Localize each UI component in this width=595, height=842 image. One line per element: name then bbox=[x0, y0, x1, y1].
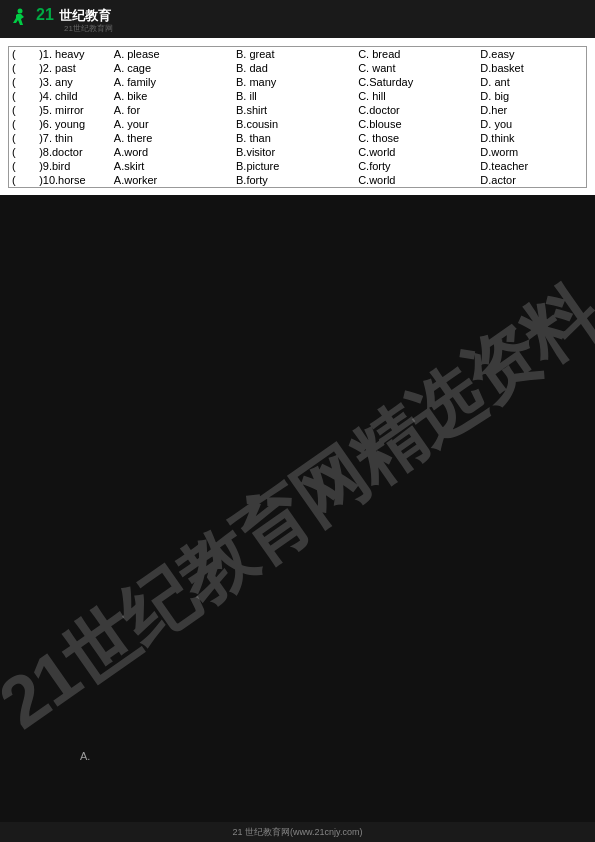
option-b: B.cousin bbox=[233, 117, 355, 131]
option-a: A.word bbox=[111, 145, 233, 159]
question-number: )7. thin bbox=[36, 131, 111, 145]
option-b: B.shirt bbox=[233, 103, 355, 117]
option-a: A. your bbox=[111, 117, 233, 131]
table-row: ( )2. past A. cage B. dad C. want D.bask… bbox=[9, 61, 586, 75]
option-a: A.worker bbox=[111, 173, 233, 187]
open-paren: ( bbox=[9, 159, 36, 173]
option-c: C.blouse bbox=[355, 117, 477, 131]
open-paren: ( bbox=[9, 145, 36, 159]
option-d: D.teacher bbox=[477, 159, 586, 173]
question-number: )3. any bbox=[36, 75, 111, 89]
logo-subtitle: 21世纪教育网 bbox=[64, 25, 113, 33]
logo: 21 世纪教育 21世纪教育网 bbox=[8, 6, 113, 33]
table-row: ( )7. thin A. there B. than C. those D.t… bbox=[9, 131, 586, 145]
option-c: C.Saturday bbox=[355, 75, 477, 89]
open-paren: ( bbox=[9, 131, 36, 145]
option-d: D. ant bbox=[477, 75, 586, 89]
option-b: B.visitor bbox=[233, 145, 355, 159]
open-paren: ( bbox=[9, 47, 36, 61]
question-number: )6. young bbox=[36, 117, 111, 131]
question-number: )9.bird bbox=[36, 159, 111, 173]
quiz-wrapper: ( )1. heavy A. please B. great C. bread … bbox=[8, 46, 587, 188]
option-a: A. for bbox=[111, 103, 233, 117]
option-c: C. hill bbox=[355, 89, 477, 103]
logo-number: 21 bbox=[36, 6, 54, 23]
option-a: A. there bbox=[111, 131, 233, 145]
option-c: C.forty bbox=[355, 159, 477, 173]
option-d: D.her bbox=[477, 103, 586, 117]
option-d: D.easy bbox=[477, 47, 586, 61]
footer: 21 世纪教育网(www.21cnjy.com) bbox=[0, 822, 595, 842]
open-paren: ( bbox=[9, 61, 36, 75]
question-number: )2. past bbox=[36, 61, 111, 75]
option-b: B. dad bbox=[233, 61, 355, 75]
table-row: ( )10.horse A.worker B.forty C.world D.a… bbox=[9, 173, 586, 187]
table-row: ( )5. mirror A. for B.shirt C.doctor D.h… bbox=[9, 103, 586, 117]
option-a: A. bike bbox=[111, 89, 233, 103]
dark-content-area: 21世纪教育网精选资料 A. bbox=[0, 195, 595, 822]
option-a: A. cage bbox=[111, 61, 233, 75]
open-paren: ( bbox=[9, 89, 36, 103]
question-number: )8.doctor bbox=[36, 145, 111, 159]
option-a: A. family bbox=[111, 75, 233, 89]
question-number: )5. mirror bbox=[36, 103, 111, 117]
table-row: ( )9.bird A.skirt B.picture C.forty D.te… bbox=[9, 159, 586, 173]
option-c: C. bread bbox=[355, 47, 477, 61]
logo-icon bbox=[8, 7, 32, 31]
table-row: ( )3. any A. family B. many C.Saturday D… bbox=[9, 75, 586, 89]
table-row: ( )1. heavy A. please B. great C. bread … bbox=[9, 47, 586, 61]
open-paren: ( bbox=[9, 103, 36, 117]
open-paren: ( bbox=[9, 173, 36, 187]
logo-name: 世纪教育 bbox=[59, 8, 111, 23]
option-b: B.picture bbox=[233, 159, 355, 173]
option-c: C. those bbox=[355, 131, 477, 145]
table-row: ( )8.doctor A.word B.visitor C.world D.w… bbox=[9, 145, 586, 159]
quiz-section: ( )1. heavy A. please B. great C. bread … bbox=[0, 38, 595, 198]
question-number: )1. heavy bbox=[36, 47, 111, 61]
table-row: ( )4. child A. bike B. ill C. hill D. bi… bbox=[9, 89, 586, 103]
quiz-table: ( )1. heavy A. please B. great C. bread … bbox=[9, 47, 586, 187]
option-d: D.basket bbox=[477, 61, 586, 75]
option-d: D.actor bbox=[477, 173, 586, 187]
option-d: D. you bbox=[477, 117, 586, 131]
option-d: D.worm bbox=[477, 145, 586, 159]
option-d: D. big bbox=[477, 89, 586, 103]
option-a: A.skirt bbox=[111, 159, 233, 173]
question-number: )4. child bbox=[36, 89, 111, 103]
option-c: C. want bbox=[355, 61, 477, 75]
option-c: C.doctor bbox=[355, 103, 477, 117]
svg-point-0 bbox=[18, 9, 23, 14]
option-d: D.think bbox=[477, 131, 586, 145]
table-row: ( )6. young A. your B.cousin C.blouse D.… bbox=[9, 117, 586, 131]
answer-label: A. bbox=[80, 750, 90, 762]
page: 21 世纪教育 21世纪教育网 ( )1. heavy A. please B.… bbox=[0, 0, 595, 842]
option-c: C.world bbox=[355, 145, 477, 159]
footer-text: 21 世纪教育网(www.21cnjy.com) bbox=[233, 826, 363, 839]
open-paren: ( bbox=[9, 75, 36, 89]
watermark: 21世纪教育网精选资料 bbox=[0, 267, 595, 751]
question-number: )10.horse bbox=[36, 173, 111, 187]
option-b: B.forty bbox=[233, 173, 355, 187]
option-c: C.world bbox=[355, 173, 477, 187]
option-a: A. please bbox=[111, 47, 233, 61]
option-b: B. ill bbox=[233, 89, 355, 103]
option-b: B. great bbox=[233, 47, 355, 61]
header: 21 世纪教育 21世纪教育网 bbox=[0, 0, 595, 38]
option-b: B. than bbox=[233, 131, 355, 145]
open-paren: ( bbox=[9, 117, 36, 131]
logo-text-group: 21 世纪教育 21世纪教育网 bbox=[36, 6, 113, 33]
option-b: B. many bbox=[233, 75, 355, 89]
